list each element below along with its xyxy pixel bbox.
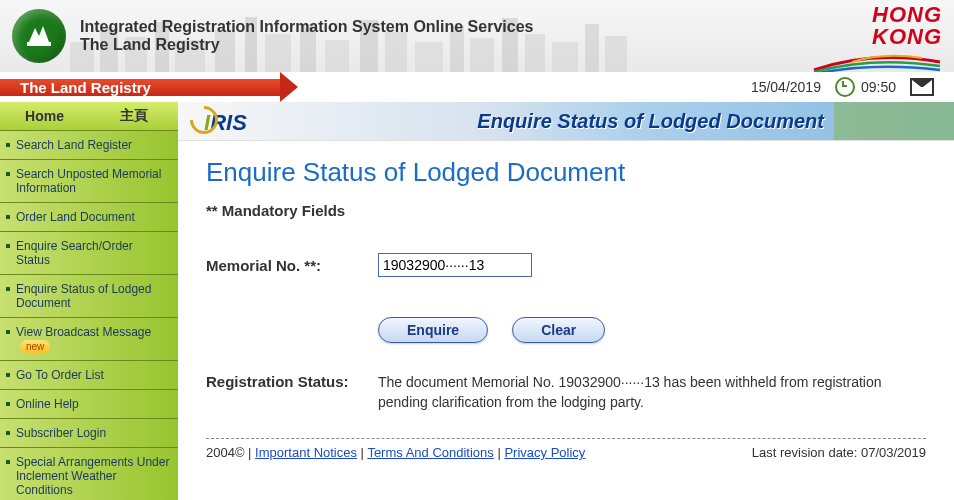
hk-text-2: KONG [812, 26, 942, 48]
current-time: 09:50 [861, 79, 896, 95]
nav-search-unposted[interactable]: Search Unposted Memorial Information [0, 160, 178, 203]
status-value: The document Memorial No. 19032900······… [378, 373, 926, 412]
status-row: Registration Status: The document Memori… [206, 373, 926, 412]
footer-copy: 2004© | [206, 445, 255, 460]
nav-view-broadcast[interactable]: View Broadcast Messagenew [0, 318, 178, 361]
red-bar-triangle [280, 72, 298, 102]
landreg-logo [12, 9, 66, 63]
memorial-row: Memorial No. **: [206, 253, 926, 277]
new-badge: new [20, 340, 50, 353]
logo-svg [25, 22, 53, 50]
memorial-label: Memorial No. **: [206, 257, 378, 274]
banner-photo [834, 102, 954, 140]
mail-icon[interactable] [910, 78, 934, 96]
button-row: Enquire Clear [378, 317, 926, 343]
nav-go-to-order-list[interactable]: Go To Order List [0, 361, 178, 390]
header: Integrated Registration Information Syst… [0, 0, 954, 72]
iris-logo: IRIS [190, 106, 247, 136]
nav-enquire-lodged-status[interactable]: Enquire Status of Lodged Document [0, 275, 178, 318]
page-body: Enquire Status of Lodged Document ** Man… [178, 141, 954, 468]
top-bar: The Land Registry 15/04/2019 09:50 [0, 72, 954, 102]
home-tab[interactable]: Home 主頁 [0, 102, 178, 131]
enquire-button[interactable]: Enquire [378, 317, 488, 343]
hk-brand: HONG KONG [812, 4, 942, 72]
nav-search-land-register[interactable]: Search Land Register [0, 131, 178, 160]
footer-link-terms[interactable]: Terms And Conditions [367, 445, 493, 460]
nav-weather-arrangements[interactable]: Special Arrangements Under Inclement Wea… [0, 448, 178, 500]
nav-enquire-search-order[interactable]: Enquire Search/Order Status [0, 232, 178, 275]
nav-subscriber-login[interactable]: Subscriber Login [0, 419, 178, 448]
hk-text-1: HONG [812, 4, 942, 26]
nav-order-land-document[interactable]: Order Land Document [0, 203, 178, 232]
content-area: IRIS Enquire Status of Lodged Document E… [178, 102, 954, 468]
nav-online-help[interactable]: Online Help [0, 390, 178, 419]
bar-right: 15/04/2019 09:50 [298, 77, 954, 97]
clock-icon [835, 77, 855, 97]
clear-button[interactable]: Clear [512, 317, 605, 343]
svg-rect-20 [27, 42, 51, 46]
banner-title: Enquire Status of Lodged Document [477, 110, 824, 133]
status-label: Registration Status: [206, 373, 378, 390]
hk-swoosh-icon [812, 48, 942, 72]
memorial-input[interactable] [378, 253, 532, 277]
footer-left: 2004© | Important Notices | Terms And Co… [206, 445, 585, 460]
footer-revision: Last revision date: 07/03/2019 [752, 445, 926, 460]
red-bar-title: The Land Registry [0, 79, 280, 96]
nav-view-broadcast-label: View Broadcast Message [16, 325, 151, 339]
footer: 2004© | Important Notices | Terms And Co… [206, 438, 926, 468]
footer-link-privacy[interactable]: Privacy Policy [504, 445, 585, 460]
left-nav: Home 主頁 Search Land Register Search Unpo… [0, 102, 178, 500]
page-heading: Enquire Status of Lodged Document [206, 157, 926, 188]
home-en: Home [0, 108, 89, 124]
current-date: 15/04/2019 [751, 79, 821, 95]
footer-link-notices[interactable]: Important Notices [255, 445, 357, 460]
mandatory-note: ** Mandatory Fields [206, 202, 926, 219]
home-zh: 主頁 [89, 107, 178, 125]
content-banner: IRIS Enquire Status of Lodged Document [178, 102, 954, 141]
